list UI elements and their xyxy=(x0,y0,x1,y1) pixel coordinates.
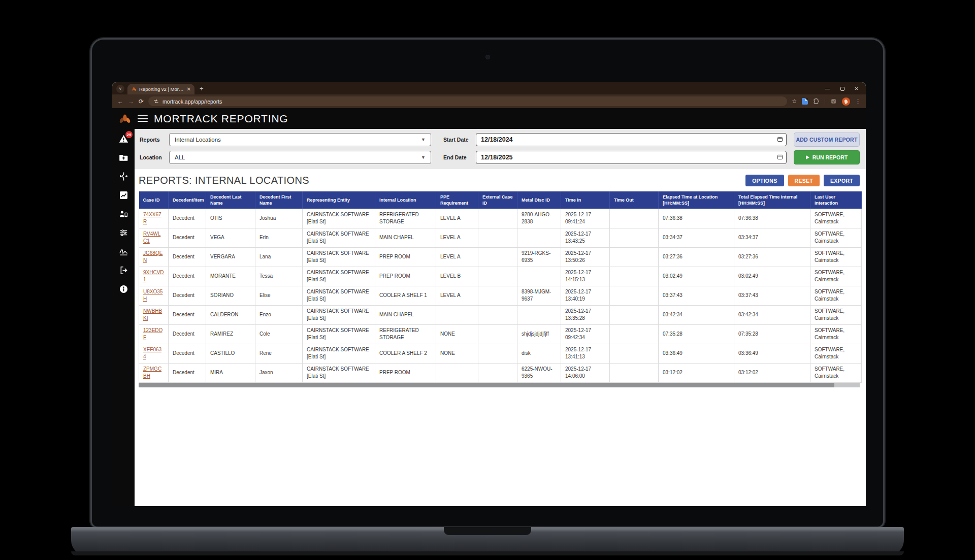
table-cell: MIRA xyxy=(206,363,255,382)
info-icon xyxy=(119,284,128,294)
add-custom-report-button[interactable]: ADD CUSTOM REPORT xyxy=(794,133,860,147)
column-header[interactable]: External Case ID xyxy=(478,191,517,209)
case-id-link[interactable]: 74XX67R xyxy=(143,212,161,225)
sidebar-item-settings[interactable] xyxy=(118,227,129,238)
table-cell xyxy=(478,324,517,344)
reports-select[interactable]: Internal Locations ▼ xyxy=(169,133,431,146)
case-id-link[interactable]: U8XO35H xyxy=(143,289,162,302)
sidebar-item-signature[interactable] xyxy=(118,246,129,256)
table-cell: OTIS xyxy=(206,209,255,228)
column-header[interactable]: Internal Location xyxy=(375,191,436,209)
sidebar-item-add-case[interactable] xyxy=(118,152,129,162)
table-cell: 2025-12-17 13:41:13 xyxy=(561,344,610,363)
extension-doc-icon[interactable] xyxy=(802,98,808,105)
minimize-button[interactable]: — xyxy=(825,86,830,91)
table-cell: MORANTE xyxy=(206,267,255,286)
hamburger-menu-icon[interactable] xyxy=(138,115,148,122)
calendar-icon[interactable] xyxy=(777,154,783,160)
column-header[interactable]: Representing Entity xyxy=(303,191,375,209)
export-button[interactable]: EXPORT xyxy=(824,175,860,186)
table-cell: 2025-12-17 14:15:13 xyxy=(561,267,610,286)
table-cell: SOFTWARE, Cairnstack xyxy=(810,344,862,363)
sidebar-item-info[interactable] xyxy=(118,284,129,294)
start-date-label: Start Date xyxy=(443,137,476,143)
tab-title: Reporting v2 | MorTrack xyxy=(139,86,184,92)
reset-button[interactable]: RESET xyxy=(788,175,820,186)
sidebar-item-reports[interactable] xyxy=(118,190,129,200)
table-cell: 03:12:02 xyxy=(659,363,734,382)
table-cell: Tessa xyxy=(255,267,303,286)
column-header[interactable]: Total Elapsed Time Internal [HH:MM:SS] xyxy=(734,191,810,209)
case-id-link[interactable]: RV4WLC1 xyxy=(143,231,160,244)
profile-avatar[interactable] xyxy=(842,97,850,106)
table-cell: Enzo xyxy=(255,305,303,324)
table-cell xyxy=(478,267,517,286)
table-row: 9XHCVD1DecedentMORANTETessaCAIRNSTACK SO… xyxy=(139,267,862,286)
column-header[interactable]: Decedent Last Name xyxy=(206,191,255,209)
back-button[interactable]: ← xyxy=(117,98,123,105)
table-cell: 6225-NWOU-9365 xyxy=(517,363,561,382)
mortrack-app: MORTRACK REPORTING 29 xyxy=(112,108,866,506)
table-cell: 9219-RGKS-6935 xyxy=(517,247,561,267)
scrollbar-thumb[interactable] xyxy=(139,383,834,387)
report-table: Case IDDecedent/ItemDecedent Last NameDe… xyxy=(139,191,862,383)
run-report-button[interactable]: RUN REPORT xyxy=(794,150,860,164)
table-cell: REFRIGERATED STORAGE xyxy=(375,324,436,344)
filter-row-2: Location ALL ▼ End Date xyxy=(140,150,860,164)
horizontal-scrollbar[interactable] xyxy=(139,383,860,387)
sidebar-item-logout[interactable] xyxy=(118,265,129,275)
options-button[interactable]: OPTIONS xyxy=(745,175,784,186)
start-date-input[interactable] xyxy=(476,133,787,146)
case-id-link[interactable]: NWBHBKI xyxy=(143,308,162,321)
bookmark-star-icon[interactable]: ☆ xyxy=(792,98,797,105)
table-cell: Decedent xyxy=(169,247,206,267)
case-id-link[interactable]: JG68QEN xyxy=(143,250,162,263)
column-header[interactable]: Last User Interaction xyxy=(810,191,862,209)
column-header[interactable]: Time Out xyxy=(610,191,659,209)
table-cell xyxy=(610,324,659,344)
close-window-button[interactable]: ✕ xyxy=(855,86,859,91)
column-header[interactable]: Case ID xyxy=(139,191,169,209)
reload-button[interactable]: ⟳ xyxy=(139,98,144,105)
browser-tab[interactable]: Reporting v2 | MorTrack ✕ xyxy=(127,84,194,94)
column-header[interactable]: Decedent First Name xyxy=(255,191,303,209)
sidebar-item-alerts[interactable]: 29 xyxy=(118,134,129,144)
case-id-cell: 9XHCVD1 xyxy=(139,267,169,286)
end-date-input[interactable] xyxy=(476,151,787,164)
column-header[interactable]: Metal Disc ID xyxy=(517,191,561,209)
table-cell: Jaxon xyxy=(255,363,303,382)
table-cell: LEVEL A xyxy=(436,228,478,247)
forward-button[interactable]: → xyxy=(128,98,134,105)
play-icon xyxy=(806,155,809,159)
table-row: 74XX67RDecedentOTISJoshuaCAIRNSTACK SOFT… xyxy=(139,209,862,228)
app-body: 29 xyxy=(112,129,866,506)
maximize-button[interactable] xyxy=(840,87,844,91)
column-header[interactable]: Elapsed Time at Location [HH:MM:SS] xyxy=(659,191,734,209)
sidebar-item-users[interactable] xyxy=(118,209,129,219)
case-id-link[interactable]: 123EDQF xyxy=(143,327,162,341)
case-id-link[interactable]: XEF0634 xyxy=(143,347,161,360)
table-cell: Rene xyxy=(255,344,303,363)
location-select[interactable]: ALL ▼ xyxy=(169,151,431,164)
case-id-link[interactable]: 9XHCVD1 xyxy=(143,270,164,283)
column-header[interactable]: Decedent/Item xyxy=(169,191,206,209)
table-cell: SORIANO xyxy=(206,286,255,305)
table-cell: 03:36:49 xyxy=(659,344,734,363)
table-cell xyxy=(436,363,478,382)
table-cell: 03:36:49 xyxy=(734,344,810,363)
calendar-icon[interactable] xyxy=(777,136,783,142)
sidebar-item-transfers[interactable] xyxy=(118,171,129,181)
new-tab-button[interactable]: + xyxy=(200,85,204,92)
window-controls: — ✕ xyxy=(825,86,866,94)
tab-close-icon[interactable]: ✕ xyxy=(187,86,191,92)
case-id-link[interactable]: ZPMGCBH xyxy=(143,366,161,379)
extensions-puzzle-icon[interactable] xyxy=(813,98,820,105)
table-cell: 9280-AHGO-2838 xyxy=(517,209,561,228)
site-info-icon[interactable] xyxy=(153,98,159,104)
column-header[interactable]: Time In xyxy=(561,191,610,209)
extension-pinned-icon[interactable] xyxy=(830,98,837,105)
column-header[interactable]: PPE Requirement xyxy=(436,191,478,209)
address-bar[interactable]: mortrack.app/app/reports xyxy=(148,96,787,106)
tab-search-button[interactable]: ˅ xyxy=(116,85,124,93)
browser-menu-icon[interactable]: ⋮ xyxy=(855,98,861,105)
